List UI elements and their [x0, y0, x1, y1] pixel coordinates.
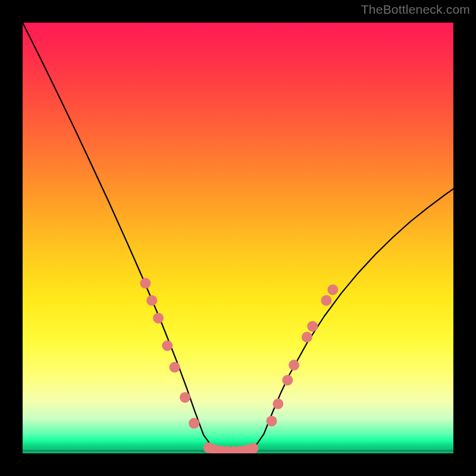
curve-marker — [282, 375, 293, 386]
curve-marker — [273, 399, 283, 409]
bottleneck-curve — [23, 23, 453, 452]
chart-svg — [23, 23, 453, 453]
curve-marker — [180, 392, 190, 403]
curve-marker — [248, 443, 258, 453]
curve-markers — [140, 278, 338, 453]
curve-marker — [146, 295, 157, 306]
curve-marker — [170, 362, 180, 372]
curve-marker — [266, 416, 277, 427]
curve-marker — [140, 278, 151, 289]
curve-marker — [307, 321, 318, 331]
bottleneck-curve-path — [23, 23, 453, 452]
curve-marker — [162, 340, 173, 351]
plot-area — [23, 23, 453, 453]
curve-marker — [289, 360, 299, 371]
curve-marker — [302, 332, 312, 343]
curve-marker — [189, 418, 199, 428]
watermark-text: TheBottleneck.com — [361, 2, 470, 17]
curve-marker — [321, 295, 331, 306]
curve-marker — [327, 284, 338, 295]
chart-stage: TheBottleneck.com — [0, 0, 476, 476]
curve-marker — [153, 313, 164, 324]
